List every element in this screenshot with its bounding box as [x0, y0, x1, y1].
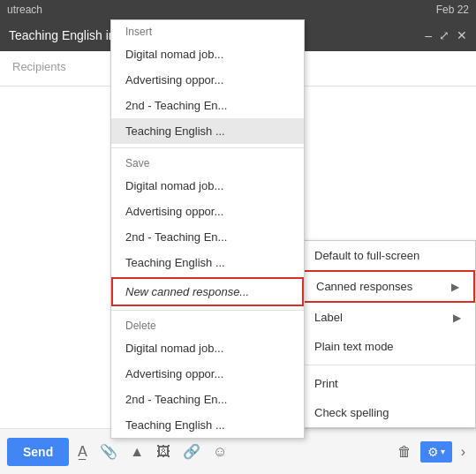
insert-item-1[interactable]: Digital nomad job...	[111, 41, 304, 67]
canned-responses-arrow-icon: ▶	[451, 281, 459, 293]
link-icon[interactable]: 🔗	[179, 440, 204, 463]
insert-section-label: Insert	[111, 20, 304, 41]
save-item-3[interactable]: 2nd - Teaching En...	[111, 224, 304, 250]
save-item-1[interactable]: Digital nomad job...	[111, 173, 304, 199]
maximize-icon[interactable]: ⤢	[439, 28, 450, 42]
new-canned-response-item[interactable]: New canned response...	[111, 277, 304, 306]
format-text-icon[interactable]: A̲	[74, 440, 91, 463]
plain-text-label: Plain text mode	[314, 340, 394, 353]
save-section-label: Save	[111, 152, 304, 173]
canned-responses-submenu: Insert Digital nomad job... Advertising …	[110, 19, 305, 439]
default-fullscreen-label: Default to full-screen	[314, 249, 419, 262]
drive-icon[interactable]: ▲	[126, 440, 147, 463]
attach-icon[interactable]: 📎	[96, 440, 121, 463]
insert-item-4[interactable]: Teaching English ...	[111, 118, 304, 144]
label-item-label: Label	[314, 311, 343, 324]
close-icon[interactable]: ✕	[457, 28, 467, 42]
print-label: Print	[314, 377, 338, 390]
send-button[interactable]: Send	[7, 438, 69, 466]
check-spelling-label: Check spelling	[314, 406, 389, 419]
image-icon[interactable]: 🖼	[153, 440, 174, 463]
plain-text-item[interactable]: Plain text mode	[300, 332, 475, 361]
more-options-button[interactable]: ⚙ ▾	[420, 441, 452, 463]
save-item-2[interactable]: Advertising oppor...	[111, 199, 304, 224]
save-item-4[interactable]: Teaching English ...	[111, 250, 304, 275]
compose-title: Teaching English in	[9, 28, 116, 42]
insert-item-2[interactable]: Advertising oppor...	[111, 67, 304, 93]
emoji-icon[interactable]: ☺	[209, 440, 230, 463]
canned-responses-item[interactable]: Canned responses ▶	[300, 270, 475, 303]
expand-icon[interactable]: ›	[457, 440, 469, 463]
save-divider	[111, 147, 304, 148]
delete-item-3[interactable]: 2nd - Teaching En...	[111, 387, 304, 412]
minimize-icon[interactable]: –	[425, 28, 432, 42]
print-item[interactable]: Print	[300, 369, 475, 398]
gear-icon: ⚙	[427, 445, 439, 459]
label-arrow-icon: ▶	[453, 312, 461, 324]
check-spelling-item[interactable]: Check spelling	[300, 398, 475, 427]
compose-header-icons: – ⤢ ✕	[425, 28, 467, 42]
delete-item-2[interactable]: Advertising oppor...	[111, 361, 304, 387]
top-bar-left: utreach	[7, 4, 42, 16]
default-fullscreen-item[interactable]: Default to full-screen	[300, 241, 475, 270]
trash-icon[interactable]: 🗑	[394, 440, 415, 463]
top-bar: utreach Feb 22	[0, 0, 476, 19]
insert-item-3[interactable]: 2nd - Teaching En...	[111, 93, 304, 118]
canned-responses-label: Canned responses	[316, 280, 412, 293]
delete-item-4[interactable]: Teaching English ...	[111, 412, 304, 438]
right-dropdown-menu: Default to full-screen Canned responses …	[299, 240, 476, 428]
chevron-down-icon: ▾	[441, 447, 445, 456]
delete-divider	[111, 310, 304, 311]
top-bar-right: Feb 22	[436, 4, 469, 16]
delete-section-label: Delete	[111, 314, 304, 335]
dropdown-divider	[300, 365, 475, 365]
label-item[interactable]: Label ▶	[300, 303, 475, 332]
delete-item-1[interactable]: Digital nomad job...	[111, 335, 304, 361]
recipients-label: Recipients	[12, 60, 66, 73]
